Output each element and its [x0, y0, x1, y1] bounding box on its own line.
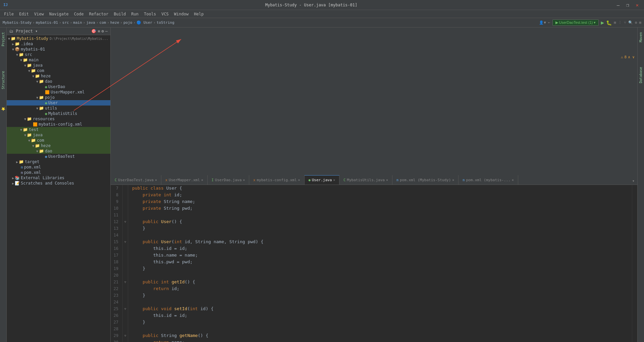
menu-run[interactable]: Run: [128, 11, 141, 17]
tree-mybatisutils[interactable]: ◉ MybatisUtils: [7, 111, 110, 116]
toolbar: Mybatis-Study › mybatis-01 › src › main …: [0, 18, 644, 27]
breadcrumb-com[interactable]: com: [99, 20, 106, 25]
tab-mybatisutils[interactable]: C MybatisUtils.java ×: [339, 175, 392, 185]
close-tab-userdao[interactable]: ×: [243, 178, 245, 182]
tree-usermapper-xml[interactable]: 🟧 UserMapper.xml: [7, 89, 110, 95]
close-tab-pom-mybatis[interactable]: ×: [512, 178, 514, 182]
menu-help[interactable]: Help: [191, 11, 206, 17]
close-tab-usermapper[interactable]: ×: [201, 178, 203, 182]
tab-userdao[interactable]: I UserDao.java ×: [208, 175, 250, 185]
code-line-28: [132, 326, 628, 332]
profile-icon[interactable]: 👤▼: [539, 20, 546, 25]
git-icon[interactable]: ⑂: [624, 20, 626, 25]
debug-button[interactable]: 🐛: [606, 20, 612, 25]
code-line-14: [132, 232, 628, 238]
search-icon[interactable]: 🔍: [628, 20, 633, 25]
tree-mybatis01[interactable]: ▼ 📦 mybatis-01: [7, 47, 110, 52]
sidebar-project-icon[interactable]: Project: [1, 30, 6, 48]
sidebar-favorites-icon[interactable]: ⭐: [1, 105, 6, 113]
tree-idea[interactable]: ▶ 📁 .idea: [7, 41, 110, 47]
tree-mybatis-config[interactable]: 🟧 mybatis-config.xml: [7, 122, 110, 127]
menu-view[interactable]: View: [32, 11, 47, 17]
tab-user[interactable]: ● User.java ×: [305, 175, 340, 185]
tree-resources[interactable]: ▼ 📁 resources: [7, 116, 110, 122]
more-actions[interactable]: ⋮: [618, 20, 622, 25]
tree-external-libs[interactable]: ▶ 📚 External Libraries: [7, 175, 110, 181]
tree-dao-test[interactable]: ▼ 📁 dao: [7, 148, 110, 154]
menu-window[interactable]: Window: [171, 11, 191, 17]
tree-dao-main[interactable]: ▼ 📁 dao: [7, 79, 110, 84]
project-localize-icon[interactable]: 🎯: [91, 29, 96, 33]
menu-tools[interactable]: Tools: [141, 11, 159, 17]
tree-root[interactable]: ▼ 📁 Mybatis-Study D:\Project\Mybatis\Myb…: [7, 36, 110, 41]
editor-content[interactable]: 7 8 9 10 11 12 13 14 15 16 17 18 19 20 2…: [111, 185, 637, 342]
titlebar-controls[interactable]: — ❐ ✕: [615, 2, 641, 8]
tabs-overflow-button[interactable]: ▾: [630, 177, 637, 185]
breadcrumb-src[interactable]: src: [62, 20, 69, 25]
minimize-button[interactable]: —: [615, 2, 622, 8]
code-editor[interactable]: public class User { private int id; priv…: [128, 185, 632, 342]
run-config-button[interactable]: ▶ UserDaoTest.test (1) ▾: [552, 19, 599, 26]
menu-edit[interactable]: Edit: [16, 11, 32, 17]
tree-user-class[interactable]: ◉ User: [7, 100, 110, 106]
tree-test[interactable]: ▼ 📁 test: [7, 127, 110, 132]
breadcrumb-mybatis01[interactable]: mybatis-01: [36, 20, 58, 25]
tree-com-test[interactable]: ▼ 📁 com: [7, 138, 110, 143]
close-tab-userdaotest[interactable]: ×: [155, 178, 157, 182]
tree-pom2[interactable]: m pom.xml: [7, 170, 110, 175]
tree-scratches[interactable]: ▶ 📝 Scratches and Consoles: [7, 181, 110, 186]
tree-pojo[interactable]: ▼ 📁 pojo: [7, 95, 110, 100]
breadcrumb-java[interactable]: java: [86, 20, 95, 25]
breadcrumb-heze[interactable]: heze: [110, 20, 119, 25]
tab-pom-study[interactable]: m pom.xml (Mybatis-Study) ×: [392, 175, 459, 185]
sidebar-maven-icon[interactable]: Maven: [638, 30, 643, 44]
menu-vcs[interactable]: VCS: [159, 11, 171, 17]
menu-navigate[interactable]: Navigate: [47, 11, 71, 17]
tree-target[interactable]: ▶ 📁 target: [7, 159, 110, 164]
sidebar-structure-icon[interactable]: Structure: [1, 69, 6, 91]
run-button[interactable]: ▶: [601, 19, 604, 26]
expand-icon[interactable]: ⊞: [639, 20, 641, 25]
tab-mybatis-config[interactable]: x mybatis-config.xml ×: [249, 175, 304, 185]
menu-refactor[interactable]: Refactor: [86, 11, 111, 17]
breadcrumb-user[interactable]: 🔵 User: [137, 20, 152, 25]
project-tree: ▼ 📁 Mybatis-Study D:\Project\Mybatis\Myb…: [7, 35, 110, 342]
menu-code[interactable]: Code: [71, 11, 87, 17]
tree-pom1[interactable]: m pom.xml: [7, 164, 110, 170]
coverage-button[interactable]: ⊞: [614, 20, 616, 25]
breadcrumb-study[interactable]: Mybatis-Study: [3, 20, 32, 25]
maximize-button[interactable]: ❐: [624, 2, 631, 8]
close-tab-user[interactable]: ×: [333, 178, 335, 182]
tree-com-main[interactable]: ▼ 📁 com: [7, 68, 110, 73]
tree-java-main[interactable]: ▼ 📁 java: [7, 63, 110, 68]
settings-icon[interactable]: ⚙: [635, 20, 637, 25]
left-sidebar-icons: Project Structure ⭐: [0, 27, 7, 342]
breadcrumb-pojo[interactable]: pojo: [123, 20, 132, 25]
code-line-15: public User(int id, String name, String …: [132, 238, 628, 245]
tab-userdaotest[interactable]: C UserDaoTest.java ×: [111, 175, 161, 185]
breadcrumb-tostring[interactable]: toString: [157, 20, 174, 25]
project-settings-icon[interactable]: ⚙: [102, 29, 104, 33]
menu-file[interactable]: File: [1, 11, 16, 17]
tab-usermapper[interactable]: x UserMapper.xml ×: [161, 175, 208, 185]
tree-java-test[interactable]: ▼ 📁 java: [7, 132, 110, 138]
tree-utils[interactable]: ▼ 📁 utils: [7, 106, 110, 111]
back-icon[interactable]: ←: [548, 20, 550, 25]
close-button[interactable]: ✕: [634, 2, 641, 8]
tree-main[interactable]: ▼ 📁 main: [7, 57, 110, 63]
close-tab-mybatisutils[interactable]: ×: [386, 178, 388, 182]
breadcrumb-main[interactable]: main: [73, 20, 82, 25]
tab-pom-mybatis[interactable]: m pom.xml (mybatis-... ×: [459, 175, 518, 185]
project-collapse-icon[interactable]: ≡: [98, 29, 100, 33]
close-tab-mybatis-config[interactable]: ×: [298, 178, 300, 182]
close-tab-pom-study[interactable]: ×: [452, 178, 454, 182]
menu-build[interactable]: Build: [111, 11, 128, 17]
tree-src[interactable]: ▼ 📁 src: [7, 52, 110, 57]
tree-userdaotest[interactable]: ◉ UserDaoTest: [7, 154, 110, 159]
project-hide-icon[interactable]: —: [105, 29, 108, 33]
project-panel: 🗂 Project ▾ 🎯 ≡ ⚙ — ▼ 📁 Mybatis-Study D:…: [7, 27, 111, 342]
tree-heze-main[interactable]: ▼ 📁 heze: [7, 73, 110, 79]
tree-userdao[interactable]: ◉ UserDao: [7, 84, 110, 89]
sidebar-database-icon[interactable]: Database: [638, 65, 643, 85]
tree-heze-test[interactable]: ▼ 📁 heze: [7, 143, 110, 148]
